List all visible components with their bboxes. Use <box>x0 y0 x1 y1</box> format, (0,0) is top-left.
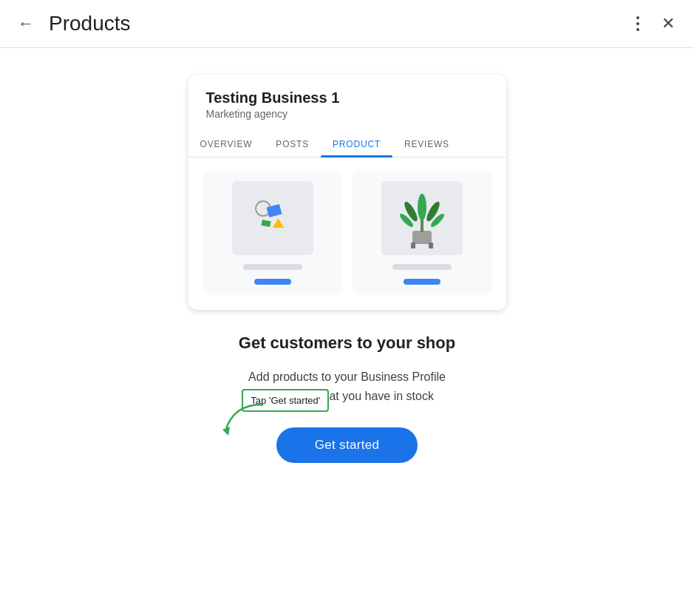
shapes-icon <box>247 192 299 244</box>
svg-marker-2 <box>273 218 284 228</box>
plant-icon <box>396 185 448 251</box>
product-title-bar-1 <box>243 264 302 270</box>
product-image-2 <box>381 181 463 255</box>
product-card-1[interactable] <box>203 171 342 295</box>
product-image-1 <box>232 181 313 255</box>
page-title: Products <box>49 12 131 35</box>
svg-point-8 <box>418 194 426 220</box>
product-card-2[interactable] <box>353 171 491 295</box>
tab-overview[interactable]: OVERVIEW <box>188 132 265 157</box>
svg-rect-6 <box>429 243 433 248</box>
promo-section: Get customers to your shop Add products … <box>194 334 500 405</box>
close-button[interactable]: ✕ <box>657 13 679 35</box>
product-price-bar-1 <box>254 279 291 285</box>
main-content: Testing Business 1 Marketing agency OVER… <box>0 48 694 463</box>
tooltip-annotation: Tap 'Get started' <box>242 389 329 412</box>
tab-reviews[interactable]: REVIEWS <box>392 132 461 157</box>
business-card: Testing Business 1 Marketing agency OVER… <box>188 75 506 310</box>
promo-title: Get customers to your shop <box>239 334 455 353</box>
header-right: ✕ <box>629 10 679 37</box>
back-button[interactable]: ← <box>15 13 37 35</box>
product-title-bar-2 <box>392 264 452 270</box>
tab-posts[interactable]: POSTS <box>264 132 321 157</box>
get-started-button[interactable]: Get started <box>276 427 418 463</box>
tab-product[interactable]: PRODUCT <box>321 132 392 157</box>
svg-rect-1 <box>266 204 282 217</box>
cta-area: Tap 'Get started' Get started <box>276 427 418 463</box>
app-header: ← Products ✕ <box>0 0 694 48</box>
products-grid <box>188 158 506 310</box>
svg-rect-4 <box>412 231 432 244</box>
header-left: ← Products <box>15 12 131 35</box>
business-type: Marketing agency <box>206 108 489 120</box>
svg-rect-3 <box>261 220 271 227</box>
tab-bar: OVERVIEW POSTS PRODUCT REVIEWS <box>188 132 506 158</box>
svg-rect-5 <box>411 243 415 248</box>
tooltip-arrow-icon <box>218 403 277 440</box>
more-options-button[interactable] <box>629 10 647 37</box>
product-price-bar-2 <box>404 279 440 285</box>
business-name: Testing Business 1 <box>206 89 489 106</box>
card-header: Testing Business 1 Marketing agency <box>188 75 506 120</box>
more-icon <box>633 13 642 34</box>
